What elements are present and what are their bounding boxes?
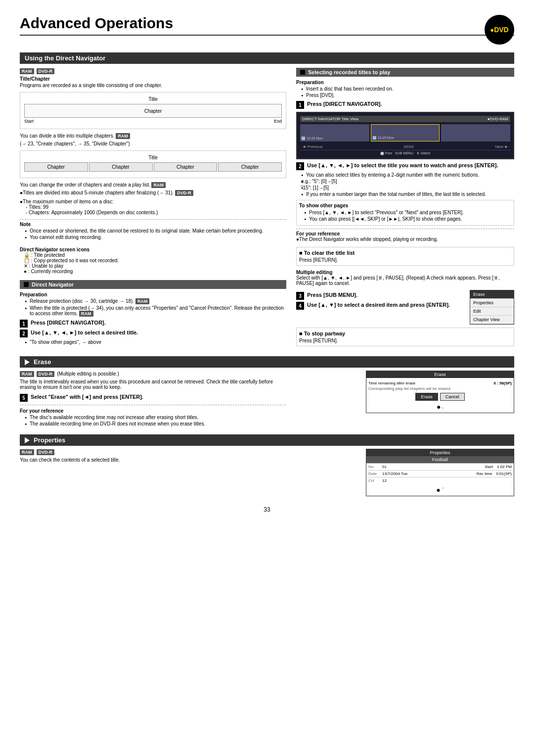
screen-thumb-2: 🔢 10:25 Mon	[371, 124, 440, 142]
chapter-4: Chapter	[218, 162, 282, 172]
chapters-row: Chapter Chapter Chapter Chapter	[24, 162, 282, 172]
triangle-icon-2	[25, 437, 30, 443]
screen-thumb-3	[441, 124, 510, 142]
submenu-box: Erase Properties Edit Chapter View	[470, 290, 514, 325]
erase-dialog-header: Erase	[366, 371, 514, 378]
step-2-direct: 2 Use [▲, ▼, ◄, ►] to select a desired t…	[20, 330, 286, 337]
screen-thumb-1: 🔢 10:25 Mon	[300, 124, 369, 142]
erase-btn-erase[interactable]: Erase	[415, 393, 438, 401]
submenu-chapter-view[interactable]: Chapter View	[470, 316, 514, 324]
erase-btn-cancel[interactable]: Cancel	[440, 393, 465, 401]
title-chapter-heading: Title/Chapter	[20, 76, 286, 82]
diagram-multi-chapter: Title Chapter Chapter Chapter Chapter	[20, 150, 286, 178]
submenu-edit[interactable]: Edit	[470, 307, 514, 316]
step-1-direct: 1 Press [DIRECT NAVIGATOR].	[20, 320, 286, 328]
page-title: Advanced Operations	[20, 15, 514, 36]
chapter-3: Chapter	[154, 162, 218, 172]
title-chapter-desc: Programs are recorded as a single title …	[20, 83, 286, 88]
properties-dialog: Properties Football No. 01 Start 1:02 PM…	[366, 449, 514, 496]
properties-header: Properties	[20, 434, 514, 446]
page-number: 33	[20, 506, 514, 513]
triangle-icon	[25, 359, 30, 365]
to-stop-box: ■ To stop partway Press [RETURN].	[296, 328, 514, 346]
section-header-direct-nav: Using the Direct Navigator	[20, 52, 514, 64]
submenu-erase[interactable]: Erase	[470, 290, 514, 299]
chapter-2: Chapter	[89, 162, 153, 172]
erase-dialog: Erase Time remaining after erase 0 : 58(…	[366, 371, 514, 413]
selecting-titles: Selecting recorded titles to play Prepar…	[296, 68, 514, 346]
chapter-1: Chapter	[24, 162, 88, 172]
diagram-single-title: Title Chapter Start End	[20, 92, 286, 129]
step-3-sub: 3 Press [SUB MENU].	[296, 292, 465, 300]
screen-mockup: DIRECT NAVIGATOR Title View ●DVD-RAM 🔢 1…	[296, 112, 514, 159]
screen-nav: ◄ Previous 02/02 Next ►	[300, 143, 510, 150]
step-1-select: 1 Press [DIRECT NAVIGATOR].	[296, 101, 514, 109]
note-box: Note Once erased or shortened, the title…	[20, 219, 286, 243]
title-chapter-box: Title/Chapter Programs are recorded as a…	[20, 76, 286, 274]
badge-ram-small: RAM	[116, 133, 130, 139]
for-reference-box: For your reference ●The Direct Navigator…	[296, 229, 514, 244]
properties-description: You can check the contents of a selected…	[20, 457, 286, 463]
step-4-sub: 4 Use [▲, ▼] to select a desired item an…	[296, 302, 465, 310]
properties-section: Properties RAM DVD-R You can check the c…	[20, 434, 514, 496]
step-5-erase: 5 Select "Erase" with [◄] and press [ENT…	[20, 394, 286, 402]
screen-icons-box: Direct Navigator screen icons 🔒 : Title …	[20, 247, 286, 274]
multiple-editing: Multiple editing Select with [▲, ▼, ◄, ►…	[296, 270, 514, 286]
to-show-pages-box: To show other pages Press [▲, ▼, ◄, ►] t…	[296, 200, 514, 226]
to-clear-box: ■ To clear the title list Press [RETURN]…	[296, 247, 514, 266]
badge-ram: RAM	[20, 68, 34, 74]
badge-dvdr: DVD-R	[37, 68, 55, 74]
direct-navigator-section: Using the Direct Navigator RAM DVD-R Tit…	[20, 52, 514, 349]
direct-nav-sub: Direct Navigator Preparation Release pro…	[20, 280, 286, 345]
dvd-logo: ●DVD	[485, 15, 514, 45]
erase-header: Erase	[20, 356, 514, 368]
submenu-properties[interactable]: Properties	[470, 299, 514, 307]
erase-section: Erase RAM DVD-R (Multiple editing is pos…	[20, 356, 514, 427]
erase-description: The title is irretrievably erased when y…	[20, 379, 286, 390]
step-2-select: 2 Use [▲, ▼, ◄, ►] to select the title y…	[296, 162, 514, 170]
